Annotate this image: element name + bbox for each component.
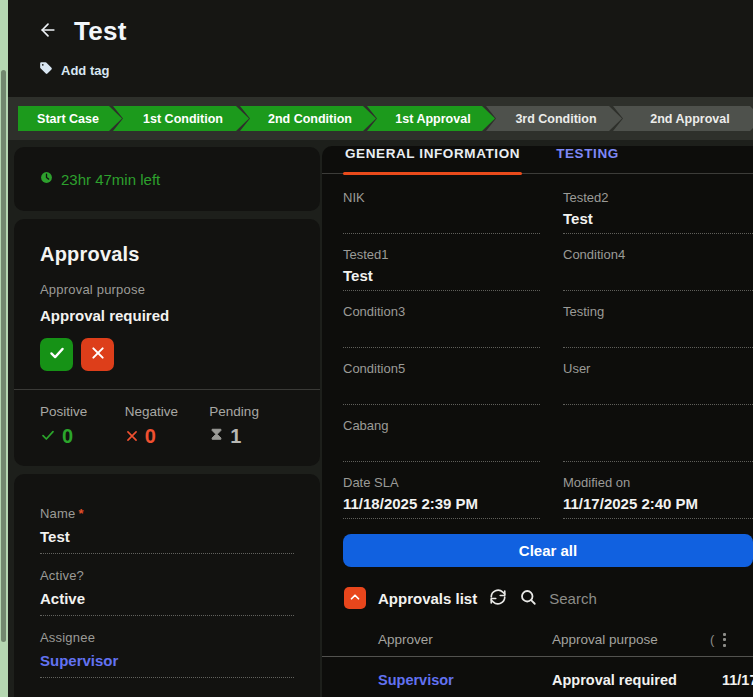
collapse-button[interactable] [344,587,366,609]
field-nik: NIK [343,190,540,234]
refresh-button[interactable] [489,588,507,609]
column-approval-purpose[interactable]: Approval purpose [552,632,710,647]
case-detail-page: Test Add tag Start Case 1st Condition 2n… [0,0,753,697]
column-partial-label: ( [710,632,714,647]
tab-bar: GENERAL INFORMATION TESTING [322,146,753,174]
check-icon [48,344,66,365]
field-condition4: Condition4 [563,247,753,291]
workflow-step-2nd-approval[interactable]: 2nd Approval [613,106,753,131]
active-value: Active [40,590,294,607]
required-asterisk: * [78,506,83,521]
stat-pending: Pending 1 [209,404,294,448]
workflow-step-2nd-condition[interactable]: 2nd Condition [240,106,376,131]
page-title: Test [74,16,127,47]
general-info-fields: NIK Tested2Test Tested1Test Condition4 C… [322,174,753,532]
approval-purpose-cell: Approval required [552,672,710,688]
field-cabang: Cabang [343,418,540,462]
field-date-sla: Date SLA11/18/2025 2:39 PM [343,475,540,519]
add-tag-label: Add tag [61,63,109,78]
approvals-card-title: Approvals [40,243,294,266]
active-label: Active? [40,568,294,583]
approval-stats: Positive 0 Negative 0 [40,390,294,466]
clear-all-button[interactable]: Clear all [343,534,753,567]
tag-icon [39,61,53,79]
field-condition5: Condition5 [343,361,540,405]
page-header: Test Add tag [8,0,753,97]
field-tested1: Tested1Test [343,247,540,291]
assignee-label: Assignee [40,630,294,645]
x-icon [125,425,139,448]
kebab-menu-icon[interactable] [723,633,726,647]
arrow-left-icon [38,20,58,43]
sidebar: 23hr 47min left Approvals Approval purpo… [8,140,322,697]
approve-button[interactable] [40,338,73,371]
main-panel: GENERAL INFORMATION TESTING NIK Tested2T… [322,146,753,697]
workflow-breadcrumb: Start Case 1st Condition 2nd Condition 1… [8,97,753,140]
stat-negative: Negative 0 [125,404,210,448]
table-header-row: Approver Approval purpose ( [322,623,753,657]
workflow-step-1st-condition[interactable]: 1st Condition [113,106,249,131]
workflow-step-3rd-condition[interactable]: 3rd Condition [486,106,622,131]
name-value: Test [40,528,294,545]
approvals-list-header: Approvals list [344,587,753,609]
approvals-list-title: Approvals list [378,590,477,607]
field-tested2: Tested2Test [563,190,753,234]
table-row[interactable]: Supervisor Approval required 11/17 [322,657,753,697]
name-label: Name [40,506,75,521]
stat-positive: Positive 0 [40,404,125,448]
case-details-card: Name* Test Active? Active Assignee Super… [14,474,320,697]
tab-testing[interactable]: TESTING [554,146,621,173]
field-testing: Testing [563,304,753,348]
page-scrollbar-track[interactable] [0,0,8,697]
page-scrollbar-thumb[interactable] [1,70,6,642]
name-field: Name* Test [40,506,294,554]
field-condition3: Condition3 [343,304,540,348]
workflow-step-1st-approval[interactable]: 1st Approval [367,106,495,131]
field-empty [563,418,753,462]
search-button[interactable] [519,588,537,609]
content-area: 23hr 47min left Approvals Approval purpo… [8,140,753,697]
workflow-step-start-case[interactable]: Start Case [18,106,122,131]
sla-timer-card: 23hr 47min left [14,147,320,211]
x-icon [90,345,106,364]
approval-purpose-label: Approval purpose [40,282,294,297]
search-icon [519,588,537,609]
assignee-link[interactable]: Supervisor [40,652,294,669]
search-input[interactable] [549,590,679,607]
back-button[interactable] [38,20,58,43]
field-user: User [563,361,753,405]
approval-purpose-value: Approval required [40,307,294,324]
add-tag-button[interactable]: Add tag [8,47,753,79]
tab-general-information[interactable]: GENERAL INFORMATION [343,146,522,173]
chevron-up-icon [348,590,362,607]
field-modified-on: Modified on11/17/2025 2:40 PM [563,475,753,519]
hourglass-icon [209,425,224,448]
clock-icon [40,170,53,188]
check-icon [40,425,56,448]
approvals-table: Approver Approval purpose ( Supervisor A… [322,623,753,697]
approver-link[interactable]: Supervisor [378,672,552,688]
sla-timer-text: 23hr 47min left [61,171,160,188]
approvals-card: Approvals Approval purpose Approval requ… [14,219,320,466]
date-cell: 11/17 [710,672,753,688]
refresh-icon [489,588,507,609]
column-approver[interactable]: Approver [378,632,552,647]
active-field: Active? Active [40,568,294,616]
assignee-field: Assignee Supervisor [40,630,294,678]
reject-button[interactable] [81,338,114,371]
